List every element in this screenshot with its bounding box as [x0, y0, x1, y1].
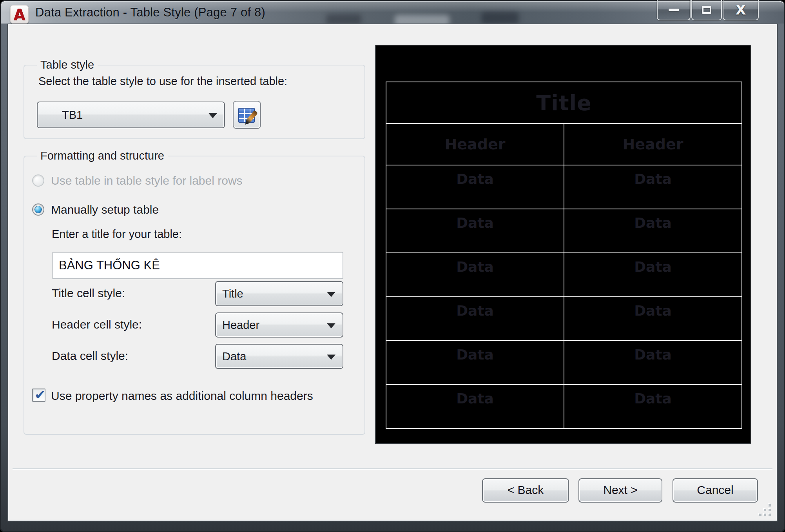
preview-data-cell: Data — [564, 341, 741, 384]
footer-separator — [13, 468, 772, 470]
preview-header-row: Header Header — [386, 124, 741, 165]
preview-header-cell: Header — [564, 124, 741, 165]
table-style-group: Table style Select the table style to us… — [24, 65, 365, 139]
preview-data-cell: Data — [386, 297, 564, 340]
dialog-content: Table style Select the table style to us… — [7, 24, 778, 521]
chevron-down-icon — [327, 354, 335, 360]
preview-data-cell: Data — [564, 209, 741, 252]
resize-grip[interactable] — [755, 500, 772, 517]
property-names-checkbox-label[interactable]: Use property names as additional column … — [51, 389, 313, 403]
table-style-description: Select the table style to use for the in… — [38, 75, 287, 88]
table-style-editor-icon — [238, 108, 255, 123]
radio-manually-setup-label[interactable]: Manually setup table — [51, 203, 159, 216]
table-style-editor-button[interactable] — [233, 101, 261, 129]
maximize-button[interactable] — [691, 0, 722, 20]
preview-data-cell: Data — [386, 253, 564, 296]
chevron-down-icon — [327, 292, 335, 297]
radio-manually-setup[interactable] — [32, 203, 44, 216]
minimize-icon — [669, 9, 679, 11]
table-style-group-label: Table style — [37, 58, 98, 71]
radio-use-table-style-label: Use table in table style for label rows — [51, 174, 243, 187]
window-controls: X — [656, 0, 759, 20]
data-cell-style-select[interactable]: Data — [215, 344, 343, 369]
preview-data-row: Data Data — [386, 385, 741, 428]
data-cell-style-label: Data cell style: — [52, 349, 128, 363]
table-style-select-value: TB1 — [62, 109, 83, 122]
table-style-preview-panel: Title Header Header Data Data Data Data … — [375, 45, 751, 444]
table-title-input[interactable] — [53, 252, 343, 279]
radio-use-table-style — [32, 174, 44, 187]
preview-data-row: Data Data — [386, 341, 741, 385]
preview-data-cell: Data — [564, 385, 741, 428]
preview-data-cell: Data — [564, 297, 741, 340]
formatting-structure-group: Formatting and structure Use table in ta… — [24, 156, 365, 435]
property-names-checkbox[interactable]: ✔ — [32, 389, 45, 402]
preview-data-row: Data Data — [386, 297, 741, 341]
preview-header-cell: Header — [386, 124, 564, 165]
preview-data-cell: Data — [564, 253, 741, 296]
preview-data-cell: Data — [386, 165, 564, 209]
preview-data-row: Data Data — [386, 253, 741, 297]
chevron-down-icon — [208, 113, 217, 118]
autocad-logo-letter: A — [14, 5, 25, 23]
back-button[interactable]: < Back — [482, 478, 569, 503]
aero-glass-artifact — [481, 12, 519, 24]
header-cell-style-select[interactable]: Header — [215, 312, 343, 338]
preview-data-cell: Data — [564, 165, 741, 209]
window-title: Data Extraction - Table Style (Page 7 of… — [35, 5, 265, 20]
header-cell-style-label: Header cell style: — [52, 318, 142, 331]
close-icon: X — [736, 3, 746, 16]
header-cell-style-value: Header — [222, 319, 259, 332]
pencil-icon — [243, 110, 258, 126]
formatting-group-label: Formatting and structure — [37, 149, 168, 162]
title-cell-style-value: Title — [222, 287, 243, 300]
data-cell-style-value: Data — [222, 350, 246, 363]
preview-data-cell: Data — [386, 209, 564, 252]
cancel-button[interactable]: Cancel — [673, 478, 758, 503]
preview-table: Title Header Header Data Data Data Data … — [386, 82, 742, 429]
next-button[interactable]: Next > — [578, 478, 662, 503]
chevron-down-icon — [327, 323, 335, 328]
preview-data-row: Data Data — [386, 165, 741, 209]
close-button[interactable]: X — [723, 0, 759, 20]
dialog-window: A Data Extraction - Table Style (Page 7 … — [0, 0, 785, 532]
maximize-icon — [702, 6, 711, 14]
title-cell-style-select[interactable]: Title — [215, 281, 343, 306]
preview-data-cell: Data — [386, 385, 564, 428]
table-style-select[interactable]: TB1 — [37, 102, 225, 128]
minimize-button[interactable] — [657, 0, 691, 20]
title-cell-style-label: Title cell style: — [52, 287, 125, 300]
preview-data-row: Data Data — [386, 209, 741, 253]
preview-title-cell: Title — [386, 82, 741, 124]
title-prompt-label: Enter a title for your table: — [52, 228, 182, 241]
checkmark-icon: ✔ — [34, 387, 46, 403]
autocad-logo-icon: A — [10, 5, 29, 24]
preview-data-cell: Data — [386, 341, 564, 384]
